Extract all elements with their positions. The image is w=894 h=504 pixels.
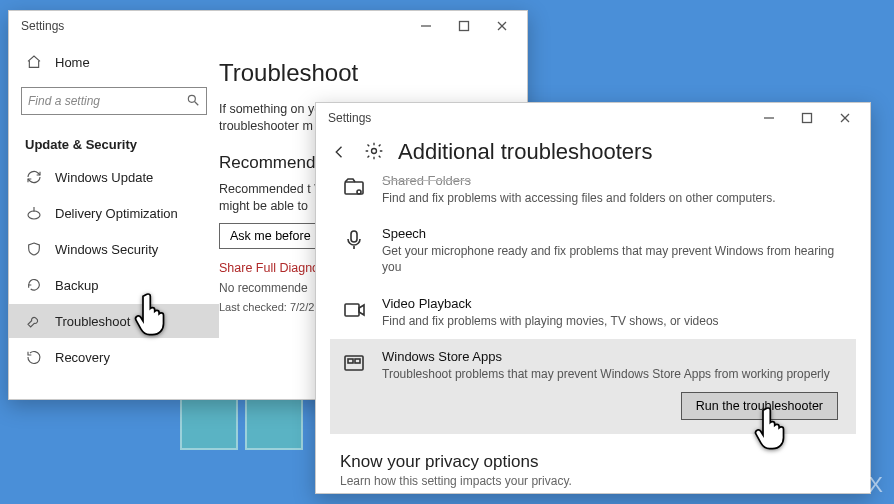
- additional-troubleshooters-window: Settings Additional troubleshooters Shar…: [315, 102, 871, 494]
- svg-line-5: [195, 101, 199, 105]
- svg-rect-13: [351, 231, 357, 242]
- troubleshooter-windows-store-apps[interactable]: Windows Store Apps Troubleshoot problems…: [330, 339, 856, 434]
- maximize-button[interactable]: [788, 104, 826, 132]
- page-title: Troubleshoot: [219, 59, 509, 87]
- sidebar-item-label: Windows Security: [55, 242, 158, 257]
- svg-rect-7: [803, 114, 812, 123]
- shield-icon: [25, 240, 43, 258]
- folder-share-icon: [340, 173, 368, 201]
- sidebar-section-label: Update & Security: [9, 127, 219, 158]
- troubleshooter-shared-folders[interactable]: Shared Folders Find and fix problems wit…: [330, 173, 856, 216]
- sidebar-item-recovery[interactable]: Recovery: [9, 340, 219, 374]
- titlebar: Settings: [9, 11, 527, 41]
- sidebar-item-windows-update[interactable]: Windows Update: [9, 160, 219, 194]
- maximize-button[interactable]: [445, 12, 483, 40]
- search-input[interactable]: Find a setting: [21, 87, 207, 115]
- run-troubleshooter-button[interactable]: Run the troubleshooter: [681, 392, 838, 420]
- recovery-icon: [25, 348, 43, 366]
- window-title: Settings: [21, 19, 64, 33]
- troubleshooter-desc: Find and fix problems with playing movie…: [382, 313, 846, 329]
- window-title: Settings: [328, 111, 371, 125]
- troubleshooter-title: Shared Folders: [382, 173, 846, 188]
- privacy-heading: Know your privacy options: [316, 434, 870, 474]
- sidebar-item-windows-security[interactable]: Windows Security: [9, 232, 219, 266]
- sidebar-item-troubleshoot[interactable]: Troubleshoot: [9, 304, 219, 338]
- troubleshooter-desc: Troubleshoot problems that may prevent W…: [382, 366, 846, 382]
- close-button[interactable]: [826, 104, 864, 132]
- backup-icon: [25, 276, 43, 294]
- svg-point-4: [188, 95, 195, 102]
- minimize-button[interactable]: [407, 12, 445, 40]
- sidebar: Home Find a setting Update & Security Wi…: [9, 41, 219, 399]
- svg-rect-17: [355, 359, 360, 363]
- minimize-button[interactable]: [750, 104, 788, 132]
- troubleshooter-title: Video Playback: [382, 296, 846, 311]
- settings-gear-icon: [364, 141, 384, 164]
- search-placeholder: Find a setting: [28, 94, 100, 108]
- search-icon: [186, 93, 200, 110]
- sidebar-item-label: Home: [55, 55, 90, 70]
- store-apps-icon: [340, 349, 368, 377]
- sync-icon: [25, 168, 43, 186]
- troubleshooter-desc: Get your microphone ready and fix proble…: [382, 243, 846, 275]
- home-icon: [25, 53, 43, 71]
- titlebar: Settings: [316, 103, 870, 133]
- troubleshooter-title: Windows Store Apps: [382, 349, 846, 364]
- svg-rect-16: [348, 359, 353, 363]
- microphone-icon: [340, 226, 368, 254]
- sidebar-item-home[interactable]: Home: [9, 45, 219, 79]
- sidebar-item-label: Delivery Optimization: [55, 206, 178, 221]
- svg-point-12: [357, 190, 361, 194]
- wrench-icon: [25, 312, 43, 330]
- sidebar-item-label: Troubleshoot: [55, 314, 130, 329]
- delivery-icon: [25, 204, 43, 222]
- troubleshooter-video-playback[interactable]: Video Playback Find and fix problems wit…: [330, 286, 856, 339]
- video-icon: [340, 296, 368, 324]
- back-button[interactable]: [330, 142, 350, 162]
- svg-point-10: [372, 148, 377, 153]
- troubleshooter-speech[interactable]: Speech Get your microphone ready and fix…: [330, 216, 856, 285]
- ask-button[interactable]: Ask me before: [219, 223, 322, 249]
- watermark: UGETEX: [788, 472, 884, 498]
- sidebar-item-delivery-optimization[interactable]: Delivery Optimization: [9, 196, 219, 230]
- sidebar-item-label: Backup: [55, 278, 98, 293]
- troubleshooter-desc: Find and fix problems with accessing fil…: [382, 190, 846, 206]
- troubleshooter-list: Shared Folders Find and fix problems wit…: [316, 173, 870, 434]
- sidebar-item-label: Windows Update: [55, 170, 153, 185]
- svg-rect-14: [345, 304, 359, 316]
- sidebar-item-label: Recovery: [55, 350, 110, 365]
- close-button[interactable]: [483, 12, 521, 40]
- sidebar-item-backup[interactable]: Backup: [9, 268, 219, 302]
- page-title: Additional troubleshooters: [398, 139, 652, 165]
- troubleshooter-title: Speech: [382, 226, 846, 241]
- svg-rect-1: [460, 22, 469, 31]
